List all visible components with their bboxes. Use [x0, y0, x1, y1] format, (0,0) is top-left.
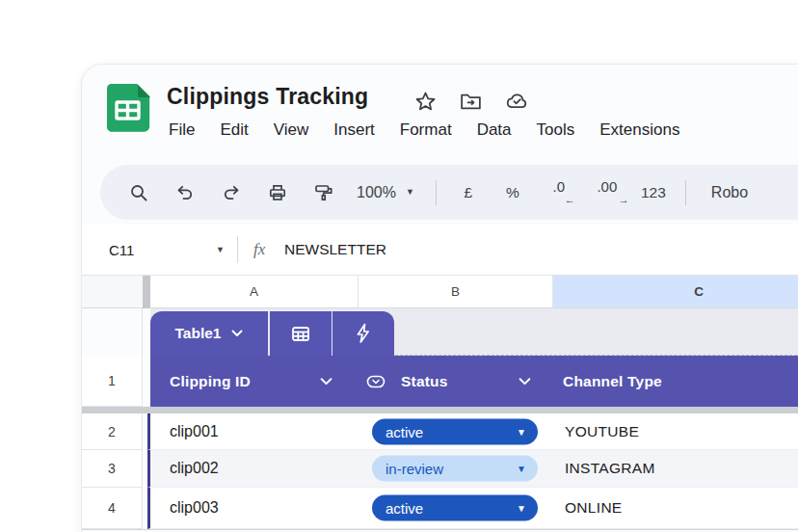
arrow-right-icon: → — [619, 195, 629, 205]
menu-item-insert[interactable]: Insert — [333, 120, 375, 140]
status-dropdown[interactable]: in-review ▼ — [372, 456, 538, 482]
table-views-icon — [289, 322, 312, 345]
zoom-select[interactable]: 100% ▼ — [357, 184, 414, 201]
menu-bar: File Edit View Insert Format Data Tools … — [169, 120, 679, 140]
decrease-decimal-button[interactable]: .0 ← — [535, 179, 583, 205]
google-sheets-logo-icon[interactable] — [105, 84, 151, 136]
chevron-down-icon: ▼ — [216, 246, 225, 254]
cell-channel-type[interactable]: YOUTUBE — [565, 423, 639, 440]
undo-button[interactable] — [162, 182, 208, 203]
menu-item-tools[interactable]: Tools — [537, 120, 575, 140]
star-icon[interactable] — [413, 90, 438, 114]
name-box[interactable]: C11 ▼ — [109, 242, 225, 258]
menu-item-file[interactable]: File — [169, 120, 195, 140]
column-menu-chevron-icon[interactable] — [320, 377, 332, 386]
format-currency-button[interactable]: £ — [446, 184, 491, 201]
cell-channel-type[interactable]: INSTAGRAM — [565, 460, 655, 477]
cell-channel-type[interactable]: ONLINE — [565, 499, 623, 517]
dropdown-caret-icon: ▼ — [517, 503, 526, 514]
row-header-4[interactable]: 4 — [82, 488, 143, 529]
undo-icon — [174, 182, 196, 203]
table-row: 2 clip001 active ▼ YOUTUBE — [82, 413, 798, 450]
status-value: in-review — [386, 461, 443, 477]
paint-roller-icon — [313, 182, 334, 203]
formula-bar-divider — [237, 236, 238, 263]
dropdown-caret-icon: ▼ — [517, 426, 526, 437]
status-dropdown[interactable]: active ▼ — [372, 495, 538, 521]
status-value: active — [386, 500, 423, 517]
table-quick-actions-button[interactable] — [332, 311, 394, 356]
cell-clipping-id[interactable]: clip003 — [170, 499, 219, 517]
row-cells: clip003 active ▼ ONLINE — [147, 488, 798, 529]
table-name-label: Table1 — [175, 325, 222, 342]
document-title[interactable]: Clippings Tracking — [167, 84, 368, 110]
sheets-app-window: Clippings Tracking File Edit View Insert… — [81, 64, 798, 532]
status-value: active — [386, 423, 423, 439]
cell-clipping-id[interactable]: clip001 — [170, 423, 219, 440]
print-button[interactable] — [254, 182, 301, 203]
toolbar-divider — [436, 180, 437, 205]
toolbar-divider — [685, 180, 686, 205]
status-dropdown[interactable]: active ▼ — [372, 418, 538, 444]
column-header-b[interactable]: B — [359, 276, 553, 308]
print-icon — [267, 182, 288, 203]
dropdown-chip-icon — [366, 373, 386, 390]
redo-icon — [221, 182, 242, 203]
header-cell-clipping-id[interactable]: Clipping ID — [170, 373, 251, 390]
format-percent-button[interactable]: % — [491, 184, 535, 201]
fx-icon: fx — [253, 240, 265, 259]
row-cells: clip002 in-review ▼ INSTAGRAM — [147, 450, 798, 488]
search-icon — [128, 182, 149, 203]
chevron-down-icon — [231, 330, 243, 337]
search-button[interactable] — [116, 182, 162, 203]
increase-decimal-button[interactable]: .00 → — [583, 179, 631, 205]
chevron-down-icon: ▼ — [406, 188, 414, 197]
table-row: 3 clip002 in-review ▼ INSTAGRAM — [82, 450, 798, 488]
table-row: 4 clip003 active ▼ ONLINE — [82, 488, 798, 529]
menu-item-view[interactable]: View — [274, 120, 309, 140]
header-cell-status[interactable]: Status — [401, 373, 448, 390]
menu-item-extensions[interactable]: Extensions — [599, 120, 679, 140]
table-tab[interactable]: Table1 — [150, 311, 394, 356]
column-header-row: A B C — [82, 276, 798, 308]
cell-reference: C11 — [109, 242, 134, 258]
tab-row-gutter — [82, 308, 143, 356]
font-select[interactable]: Robo — [711, 184, 748, 201]
table-views-button[interactable] — [270, 311, 332, 356]
table-header-row: Clipping ID Status Channel Type — [150, 356, 798, 407]
row-cells: clip001 active ▼ YOUTUBE — [147, 413, 798, 450]
move-folder-icon[interactable] — [459, 90, 483, 114]
toolbar: 100% ▼ £ % .0 ← .00 → 123 Robo — [100, 165, 798, 220]
row-header-3[interactable]: 3 — [82, 450, 143, 488]
row-header-2[interactable]: 2 — [82, 413, 143, 450]
dropdown-caret-icon: ▼ — [517, 464, 526, 474]
gutter-divider — [143, 276, 150, 308]
header-cell-channel-type[interactable]: Channel Type — [563, 373, 662, 390]
paint-format-button[interactable] — [301, 182, 347, 203]
table-name-menu[interactable]: Table1 — [150, 311, 268, 356]
menu-item-format[interactable]: Format — [400, 120, 452, 140]
menu-item-edit[interactable]: Edit — [220, 120, 248, 140]
number-format-button[interactable]: 123 — [631, 184, 676, 201]
column-header-a[interactable]: A — [150, 276, 359, 308]
zoom-value: 100% — [357, 184, 396, 201]
arrow-left-icon: ← — [565, 195, 575, 205]
formula-bar: C11 ▼ fx NEWSLETTER — [82, 225, 798, 276]
column-menu-chevron-icon[interactable] — [519, 377, 531, 386]
frozen-row-divider — [82, 407, 798, 413]
row-header-1[interactable]: 1 — [82, 356, 143, 407]
lightning-bolt-icon — [353, 322, 374, 345]
cloud-saved-icon — [504, 90, 530, 114]
menu-item-data[interactable]: Data — [477, 120, 512, 140]
row-divider — [82, 529, 798, 530]
formula-input[interactable]: NEWSLETTER — [284, 241, 386, 258]
redo-button[interactable] — [208, 182, 254, 203]
select-all-corner[interactable] — [82, 276, 143, 308]
column-header-c[interactable]: C — [553, 276, 798, 308]
cell-clipping-id[interactable]: clip002 — [170, 460, 219, 477]
